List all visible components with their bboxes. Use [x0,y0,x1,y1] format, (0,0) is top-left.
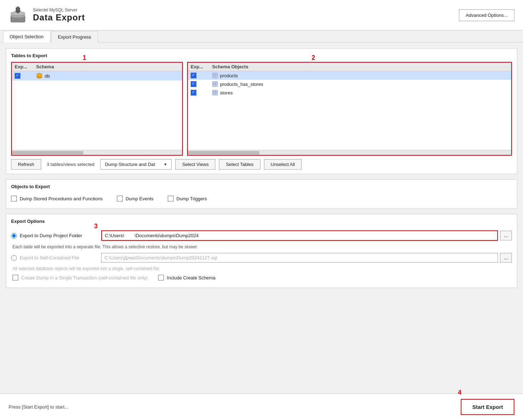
toolbar-row: Refresh 3 tables/views selected Dump Str… [11,159,512,170]
self-contained-hint: All selected database objects will be ex… [11,266,512,271]
obj-products-has-stores-name: products_has_stores [220,82,263,87]
self-contained-path-input[interactable] [101,253,498,263]
create-dump-transaction-text: Create Dump in a Single Transaction (sel… [21,275,147,280]
objects-to-export-title: Objects to Export [11,184,512,189]
objects-scrollbar[interactable] [188,150,511,155]
footer: Press [Start Export] to start... 4 Start… [0,394,523,420]
annotation-1: 1 [83,54,86,62]
dump-folder-radio[interactable] [11,233,17,239]
footer-status: Press [Start Export] to start... [9,404,68,410]
start-export-button[interactable]: Start Export [461,399,514,415]
schema-col-schema: Schema [36,64,179,69]
obj-products-name: products [220,73,238,78]
svg-rect-20 [212,90,217,95]
dump-stored-checkbox[interactable] [11,196,17,201]
annotation-2: 2 [312,54,315,62]
schema-db-name: db [45,73,50,79]
dump-folder-path-input[interactable] [101,230,498,241]
table-row[interactable]: products_has_stores [188,80,511,88]
table-obj-icon [212,73,218,78]
schema-table: Exp... Schema [11,62,183,156]
status-text: 3 tables/views selected [45,162,97,167]
main-window: Selectel MySQL Server Data Export Advanc… [0,0,523,420]
dump-triggers-text: Dump Triggers [176,196,207,201]
dump-dropdown-label: Dump Structure and Dat [105,162,155,167]
select-views-button[interactable]: Select Views [175,159,215,170]
self-contained-radio[interactable] [11,255,17,261]
header: Selectel MySQL Server Data Export Advanc… [0,0,523,30]
advanced-options-button[interactable]: Advanced Options... [459,9,514,21]
refresh-button[interactable]: Refresh [11,159,41,170]
self-contained-path-wrapper: ... [101,253,512,263]
objects-col-exp: Exp... [191,64,212,69]
dump-events-label[interactable]: Dump Events [117,196,153,201]
table-row[interactable]: stores [188,88,511,97]
obj-products-checkbox[interactable] [191,73,196,78]
dump-stored-text: Dump Stored Procedures and Functions [20,196,103,201]
tabs-bar: Object Selection Export Progress [0,30,523,43]
schema-scrollbar[interactable] [12,150,182,155]
export-options-body: Export to Dump Project Folder 3 ... Each… [11,228,512,283]
obj-products-has-stores-checkbox[interactable] [191,81,196,87]
footer-right: 4 Start Export [461,399,514,415]
self-contained-row: Export to Self-Contained File ... [11,253,512,263]
dump-folder-radio-label[interactable]: Export to Dump Project Folder [11,233,97,239]
server-label: Selectel MySQL Server [33,8,85,13]
self-contained-browse-button[interactable]: ... [500,253,512,263]
table-row[interactable]: products [188,71,511,80]
dump-folder-label-text: Export to Dump Project Folder [20,233,82,238]
schema-name-cell: db [36,73,179,79]
obj-checkbox-cell [191,90,212,96]
self-contained-radio-label[interactable]: Export to Self-Contained File [11,255,97,261]
dump-events-text: Dump Events [126,196,153,201]
objects-export-options: Dump Stored Procedures and Functions Dum… [11,193,512,204]
tab-export-progress[interactable]: Export Progress [51,31,98,43]
include-create-schema-checkbox[interactable] [158,275,164,280]
dropdown-arrow-icon: ▼ [163,162,167,166]
dump-folder-hint: Each table will be exported into a separ… [11,244,512,249]
svg-rect-15 [212,82,217,87]
include-create-schema-text: Include Create Schema [167,275,215,280]
obj-stores-name: stores [220,90,233,96]
data-export-icon [9,6,27,24]
dump-folder-browse-button[interactable]: ... [500,231,512,240]
self-contained-label-text: Export to Self-Contained File [20,255,79,260]
bottom-options-row: Create Dump in a Single Transaction (sel… [11,275,512,280]
dump-triggers-checkbox[interactable] [168,196,173,201]
header-left: Selectel MySQL Server Data Export [9,6,85,24]
app-title: Data Export [33,13,85,23]
tables-to-export-panel: Tables to Export 1 2 Exp... Schema [6,48,517,174]
unselect-all-button[interactable]: Unselect All [264,159,302,170]
objects-scrollbar-thumb [188,151,259,155]
tab-object-selection[interactable]: Object Selection [3,31,50,43]
dump-folder-path-wrapper: 3 ... [101,230,512,241]
table-row[interactable]: db [12,71,182,80]
schema-db-checkbox[interactable] [15,73,20,79]
objects-to-export-panel: Objects to Export Dump Stored Procedures… [6,179,517,209]
content-area: Tables to Export 1 2 Exp... Schema [0,43,523,394]
select-tables-button[interactable]: Select Tables [219,159,260,170]
dump-dropdown-button[interactable]: Dump Structure and Dat ▼ [100,159,172,170]
schema-checkbox-cell [15,73,36,79]
obj-stores-checkbox[interactable] [191,90,196,96]
create-dump-transaction-label: Create Dump in a Single Transaction (sel… [13,275,147,280]
annotation-4: 4 [458,389,461,396]
dump-stored-label[interactable]: Dump Stored Procedures and Functions [11,196,103,201]
dump-triggers-label[interactable]: Dump Triggers [168,196,207,201]
create-dump-transaction-checkbox [13,275,18,280]
table-obj-icon [212,81,218,87]
objects-col-schema: Schema Objects [212,64,508,69]
schema-scrollbar-thumb [12,151,83,155]
db-schema-icon [36,73,43,79]
objects-table-body: products [188,71,511,150]
dump-events-checkbox[interactable] [117,196,123,201]
svg-point-7 [37,76,42,78]
schema-table-body: db [12,71,182,150]
header-text: Selectel MySQL Server Data Export [33,8,85,23]
obj-checkbox-cell [191,73,212,78]
obj-name-cell: products_has_stores [212,81,508,87]
obj-name-cell: products [212,73,508,78]
tables-grid: 1 2 Exp... Schema [11,62,512,156]
svg-rect-10 [212,73,217,78]
include-create-schema-label[interactable]: Include Create Schema [158,275,215,280]
